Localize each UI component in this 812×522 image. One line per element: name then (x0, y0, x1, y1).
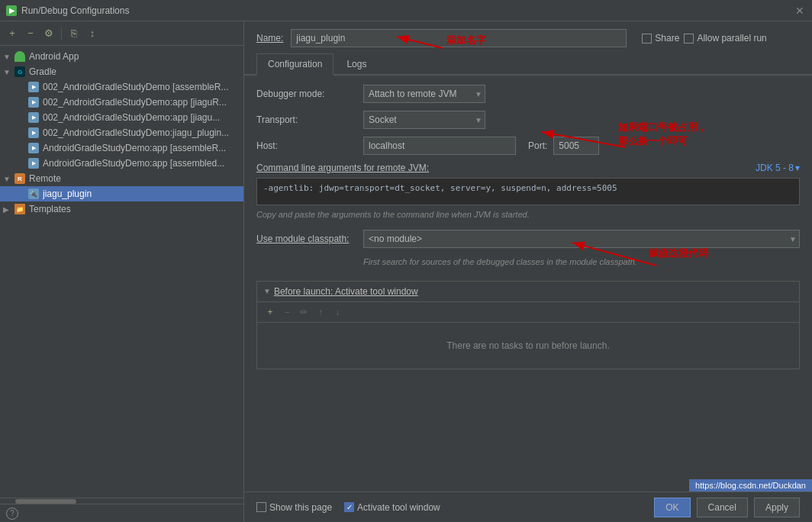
cancel-button[interactable]: Cancel (697, 498, 748, 517)
expand-arrow-templates: ▶ (3, 205, 14, 214)
before-launch-empty-text: There are no tasks to run before launch. (446, 340, 609, 351)
run-debug-window: ▶ Run/Debug Configurations ✕ + − ⚙ ⎘ ↕ ▼ (0, 0, 812, 522)
gradle-icon: G (14, 66, 26, 78)
host-label: Host: (256, 140, 363, 151)
share-checkbox-label: Share (642, 33, 679, 44)
show-page-checkbox[interactable] (256, 502, 266, 512)
sort-button[interactable]: ↕ (85, 26, 100, 41)
title-text: Run/Debug Configurations (21, 5, 794, 16)
bl-add-button[interactable]: + (263, 305, 277, 319)
module-hint-text: First search for sources of the debugged… (363, 256, 800, 269)
before-launch-toolbar: + − ✏ ↑ ↓ (257, 302, 799, 323)
config-icon-5: ▶ (27, 142, 40, 154)
share-row: Share Allow parallel run (642, 33, 766, 44)
config-icon-3: ▶ (27, 111, 40, 124)
right-panel: Name: Share Allow parallel run (244, 21, 812, 522)
remove-config-button[interactable]: − (23, 26, 38, 41)
close-button[interactable]: ✕ (794, 5, 806, 17)
settings-button[interactable]: ⚙ (41, 26, 56, 41)
window-icon: ▶ (6, 5, 17, 16)
sidebar-item-gradle-1[interactable]: ▶ 002_AndroidGradleStudyDemo [assembleR.… (0, 79, 243, 95)
before-launch-label: Before launch: Activate tool window (274, 286, 418, 297)
config-content: Debugger mode: Attach to remote JVM ▼ Tr… (244, 76, 812, 491)
activate-tool-label: ✓ Activate tool window (344, 502, 440, 513)
module-select[interactable]: <no module> (363, 230, 800, 248)
host-port-row: Host: Port: (256, 137, 800, 155)
activate-tool-checkbox[interactable]: ✓ (344, 502, 354, 512)
tab-logs[interactable]: Logs (335, 53, 378, 74)
debugger-mode-label: Debugger mode: (256, 89, 363, 99)
sidebar-item-android-app[interactable]: ▼ Android App (0, 49, 243, 64)
before-launch-empty: There are no tasks to run before launch. (257, 323, 799, 369)
expand-arrow: ▼ (3, 68, 14, 76)
show-page-text: Show this page (269, 502, 332, 513)
cmd-box: -agentlib: jdwp=transport=dt_socket, ser… (256, 178, 800, 205)
ok-button[interactable]: OK (654, 498, 690, 517)
sidebar-item-gradle[interactable]: ▼ G Gradle (0, 64, 243, 79)
debugger-mode-row: Debugger mode: Attach to remote JVM ▼ (256, 85, 800, 103)
transport-select[interactable]: Socket (363, 111, 485, 129)
scrollbar-thumb (15, 499, 76, 504)
add-config-button[interactable]: + (5, 26, 20, 41)
gradle-4-label: 002_AndroidGradleStudyDemo:jiagu_plugin.… (43, 127, 229, 138)
sidebar-item-templates[interactable]: ▶ 📁 Templates (0, 201, 243, 217)
port-input[interactable] (553, 137, 599, 155)
sidebar-scrollbar[interactable] (0, 498, 243, 504)
gradle-2-label: 002_AndroidGradleStudyDemo:app [jiaguR..… (43, 97, 227, 108)
show-page-label: Show this page (256, 502, 332, 513)
jdk-arrow-icon: ▾ (795, 163, 800, 173)
share-checkbox[interactable] (642, 34, 652, 44)
gradle-label: Gradle (29, 66, 56, 77)
host-input[interactable] (363, 137, 516, 155)
bl-down-button[interactable]: ↓ (330, 305, 344, 319)
config-tree: ▼ Android App ▼ G Gradle (0, 46, 243, 498)
bottom-right: OK Cancel Apply (654, 498, 800, 517)
bl-remove-button[interactable]: − (280, 305, 294, 319)
templates-folder-icon: 📁 (14, 203, 26, 215)
jiagu-plugin-label: jiagu_plugin (43, 188, 92, 199)
help-button[interactable]: ? (6, 508, 18, 520)
name-row: Name: Share Allow parallel run (244, 21, 812, 53)
bl-edit-button[interactable]: ✏ (297, 305, 311, 319)
sidebar-item-gradle-5[interactable]: ▶ AndroidGradleStudyDemo:app [assembleR.… (0, 140, 243, 156)
debugger-mode-select[interactable]: Attach to remote JVM (363, 85, 485, 103)
expand-arrow: ▼ (3, 53, 14, 61)
cmd-value-text: -agentlib: jdwp=transport=dt_socket, ser… (263, 183, 617, 193)
gradle-3-label: 002_AndroidGradleStudyDemo:app [jiagu... (43, 112, 220, 123)
gradle-5-label: AndroidGradleStudyDemo:app [assembleR... (43, 143, 226, 153)
sidebar-item-jiagu-plugin[interactable]: 🔌 jiagu_plugin (0, 186, 243, 201)
templates-label: Templates (29, 204, 71, 214)
before-launch-section: ▼ Before launch: Activate tool window + … (256, 281, 800, 369)
parallel-text: Allow parallel run (697, 33, 766, 44)
title-bar: ▶ Run/Debug Configurations ✕ (0, 0, 812, 21)
sidebar-item-gradle-6[interactable]: ▶ AndroidGradleStudyDemo:app [assembled.… (0, 156, 243, 171)
name-label: Name: (256, 33, 283, 44)
sidebar-item-gradle-2[interactable]: ▶ 002_AndroidGradleStudyDemo:app [jiaguR… (0, 95, 243, 110)
sidebar-item-gradle-4[interactable]: ▶ 002_AndroidGradleStudyDemo:jiagu_plugi… (0, 125, 243, 140)
config-icon-6: ▶ (27, 157, 40, 169)
parallel-checkbox[interactable] (684, 34, 694, 44)
jdk-link[interactable]: JDK 5 - 8 ▾ (756, 163, 800, 173)
gradle-1-label: 002_AndroidGradleStudyDemo [assembleR... (43, 82, 228, 92)
android-app-label: Android App (29, 51, 79, 62)
sidebar: + − ⚙ ⎘ ↕ ▼ Android App ▼ (0, 21, 244, 522)
bl-up-button[interactable]: ↑ (314, 305, 327, 319)
tab-configuration[interactable]: Configuration (256, 53, 334, 76)
bottom-bar: Show this page ✓ Activate tool window OK… (244, 491, 812, 522)
sidebar-item-gradle-3[interactable]: ▶ 002_AndroidGradleStudyDemo:app [jiagu.… (0, 110, 243, 125)
apply-button[interactable]: Apply (754, 498, 800, 517)
right-panel-wrapper: Name: Share Allow parallel run (244, 21, 812, 522)
cmd-hint-text: Copy and paste the arguments to the comm… (256, 210, 800, 219)
name-input[interactable] (291, 29, 627, 47)
expand-arrow-remote: ▼ (3, 175, 14, 183)
copy-config-button[interactable]: ⎘ (66, 26, 82, 41)
sidebar-item-remote[interactable]: ▼ R Remote (0, 171, 243, 186)
port-label: Port: (528, 140, 547, 151)
android-icon (14, 50, 26, 63)
before-launch-arrow-icon: ▼ (263, 287, 271, 295)
remote-label: Remote (29, 173, 61, 184)
sidebar-footer: ? (0, 504, 243, 522)
config-icon: ▶ (27, 81, 40, 93)
gradle-6-label: AndroidGradleStudyDemo:app [assembled... (43, 158, 224, 169)
debugger-mode-select-wrapper: Attach to remote JVM ▼ (363, 85, 485, 103)
